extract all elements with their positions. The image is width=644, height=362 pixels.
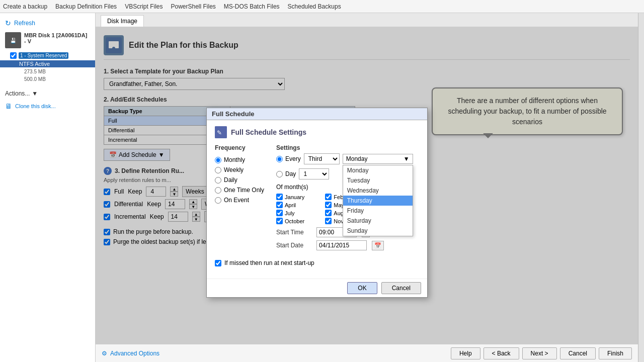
freq-onevent-radio[interactable] <box>215 197 221 204</box>
modal-cancel-button[interactable]: Cancel <box>381 282 421 294</box>
disk-item: 💾 MBR Disk 1 [2A0061DA] - V <box>0 29 95 51</box>
disk-icon: 💾 <box>5 32 21 48</box>
month-february-checkbox[interactable] <box>325 194 332 200</box>
day-option-thursday[interactable]: Thursday <box>343 196 413 206</box>
frequency-column: Frequency Monthly Weekly <box>215 144 264 253</box>
menu-backup-definition-files[interactable]: Backup Definition Files <box>55 3 117 10</box>
month-october-label: October <box>285 218 304 224</box>
freq-onetime-row[interactable]: One Time Only <box>215 187 264 194</box>
settings-column: Settings Every Third First <box>276 144 419 253</box>
if-missed-label: If missed then run at next start-up <box>224 259 314 266</box>
back-button[interactable]: < Back <box>484 347 519 359</box>
day-option-tuesday[interactable]: Tuesday <box>343 175 413 186</box>
refresh-button[interactable]: ↻ Refresh <box>0 17 95 29</box>
if-missed-checkbox[interactable] <box>215 260 221 266</box>
sidebar: ↻ Refresh 💾 MBR Disk 1 [2A0061DA] - V 1 … <box>0 13 96 362</box>
freq-monthly-row[interactable]: Monthly <box>215 156 264 163</box>
day-option-monday[interactable]: Monday <box>343 165 413 175</box>
day-number-radio[interactable] <box>276 171 283 177</box>
modal-body: ✎ Full Schedule Settings Frequency <box>207 120 427 279</box>
day-dropdown-button[interactable]: Monday ▼ <box>343 154 413 164</box>
content-area: Disk Image Edit the Plan for this Backup <box>96 13 638 362</box>
svg-text:✎: ✎ <box>217 129 222 136</box>
disk-info: MBR Disk 1 [2A0061DA] - V <box>24 32 90 44</box>
partition-type: NTFS Active <box>0 60 95 67</box>
month-january-label: January <box>285 194 304 200</box>
modal-ok-button[interactable]: OK <box>347 282 377 294</box>
help-button[interactable]: Help <box>451 347 480 359</box>
freq-settings: Frequency Monthly Weekly <box>215 144 419 253</box>
every-label: Every <box>285 155 301 162</box>
clone-button[interactable]: 🖥 Clone this disk... <box>0 100 95 112</box>
refresh-icon: ↻ <box>5 19 11 27</box>
every-radio-row[interactable]: Every <box>276 155 301 162</box>
month-july[interactable]: July <box>276 210 321 216</box>
month-january[interactable]: January <box>276 194 321 200</box>
clone-label: Clone this disk... <box>15 103 56 109</box>
month-october-checkbox[interactable] <box>276 218 283 224</box>
freq-weekly-radio[interactable] <box>215 167 221 173</box>
advanced-options-button[interactable]: ⚙ Advanced Options <box>102 350 159 357</box>
menu-msdos-batch-files[interactable]: MS-DOS Batch Files <box>224 3 280 10</box>
scrollbar-right[interactable] <box>638 13 644 362</box>
freq-onetime-radio[interactable] <box>215 187 221 194</box>
partition-item: 1 - System Reserved <box>0 51 95 60</box>
freq-weekly-row[interactable]: Weekly <box>215 166 264 173</box>
month-november-checkbox[interactable] <box>325 218 332 224</box>
freq-onetime-label: One Time Only <box>224 187 264 194</box>
month-april-checkbox[interactable] <box>276 202 283 208</box>
day-option-friday[interactable]: Friday <box>343 206 413 216</box>
modal-button-row: OK Cancel <box>207 279 427 297</box>
month-april-label: April <box>285 202 296 208</box>
modal-section-icon: ✎ <box>215 126 227 138</box>
advanced-options-icon: ⚙ <box>102 350 107 357</box>
day-num-select[interactable]: 1 <box>299 168 329 179</box>
month-july-label: July <box>285 210 295 216</box>
day-dropdown-list: Monday Tuesday Wednesday Thursday Friday… <box>343 165 413 236</box>
cancel-button[interactable]: Cancel <box>560 347 596 359</box>
freq-daily-radio[interactable] <box>215 177 221 184</box>
actions-button[interactable]: Actions... ▼ <box>0 87 95 100</box>
tab-bar: Disk Image <box>96 13 638 27</box>
freq-onevent-row[interactable]: On Event <box>215 197 264 204</box>
menu-scheduled-backups[interactable]: Scheduled Backups <box>288 3 341 10</box>
month-january-checkbox[interactable] <box>276 194 283 200</box>
modal-section-label: Full Schedule Settings <box>231 128 306 136</box>
disk-size-1: 273.5 MB <box>0 68 95 75</box>
menu-create-backup[interactable]: Create a backup <box>3 3 47 10</box>
next-button[interactable]: Next > <box>522 347 557 359</box>
freq-monthly-radio[interactable] <box>215 157 221 163</box>
disk-name: MBR Disk 1 [2A0061DA] - V <box>24 32 90 44</box>
month-april[interactable]: April <box>276 202 321 208</box>
disk-size-2: 500.0 MB <box>0 75 95 83</box>
freq-daily-label: Daily <box>224 176 237 184</box>
every-radio[interactable] <box>276 156 283 162</box>
advanced-options-label: Advanced Options <box>110 350 159 357</box>
menu-vbscript-files[interactable]: VBScript Files <box>125 3 163 10</box>
modal-box: Full Schedule ✎ Full Schedule Settings <box>206 108 428 298</box>
day-dropdown-container: Monday ▼ Monday Tuesday Wednesday Thursd… <box>343 154 413 164</box>
day-option-sunday[interactable]: Sunday <box>343 226 413 236</box>
partition-checkbox[interactable] <box>10 52 17 59</box>
finish-button[interactable]: Finish <box>599 347 632 359</box>
day-option-saturday[interactable]: Saturday <box>343 216 413 226</box>
every-value-select[interactable]: Third First Second Fourth Last <box>304 153 340 164</box>
start-date-label: Start Date <box>276 242 311 249</box>
freq-daily-row[interactable]: Daily <box>215 176 264 184</box>
partition-label: 1 - System Reserved <box>19 52 68 59</box>
day-radio-row[interactable]: Day <box>276 170 296 177</box>
footer: ⚙ Advanced Options Help < Back Next > Ca… <box>96 344 638 362</box>
modal-title-bar: Full Schedule <box>207 108 427 120</box>
freq-weekly-label: Weekly <box>224 166 244 173</box>
start-date-picker-button[interactable]: 📅 <box>372 241 384 250</box>
start-date-input[interactable] <box>316 240 367 250</box>
day-dropdown-value: Monday <box>346 155 368 162</box>
day-option-wednesday[interactable]: Wednesday <box>343 186 413 196</box>
month-october[interactable]: October <box>276 218 321 224</box>
tab-disk-image[interactable]: Disk Image <box>101 15 144 27</box>
if-missed-row: If missed then run at next start-up <box>215 259 419 266</box>
month-august-checkbox[interactable] <box>325 210 332 216</box>
month-july-checkbox[interactable] <box>276 210 283 216</box>
menu-powershell-files[interactable]: PowerShell Files <box>171 3 215 10</box>
month-may-checkbox[interactable] <box>325 202 332 208</box>
